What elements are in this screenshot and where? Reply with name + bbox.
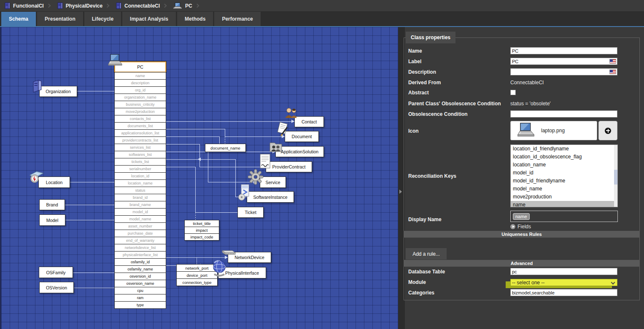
- pc-attribute-row[interactable]: serialnumber: [114, 165, 166, 173]
- link-attribute-row[interactable]: impact_code: [184, 233, 219, 241]
- pc-attribute-row[interactable]: softwares_list: [114, 151, 166, 158]
- categories-input[interactable]: bizmodel,searchable: [510, 289, 617, 296]
- add-icon-button[interactable]: [598, 121, 617, 140]
- tab-impact-analysis[interactable]: Impact Analysis: [122, 12, 176, 26]
- class-node-service[interactable]: Service: [260, 177, 286, 188]
- fields-link[interactable]: Fields: [510, 224, 531, 230]
- collapse-panel-handle[interactable]: [399, 190, 402, 194]
- relation-line: [166, 129, 225, 129]
- pc-class-title[interactable]: PC: [114, 62, 166, 72]
- tab-schema[interactable]: Schema: [1, 12, 36, 26]
- pc-attribute-row[interactable]: status: [114, 187, 166, 194]
- class-node-organization[interactable]: Organization: [39, 86, 77, 97]
- pc-attribute-row[interactable]: name: [114, 72, 166, 80]
- reconciliation-key-item[interactable]: move2production: [511, 193, 617, 201]
- pc-attribute-row[interactable]: model_name: [114, 215, 166, 223]
- pc-attribute-row[interactable]: purchase_date: [114, 230, 166, 237]
- pc-attribute-row[interactable]: documents_list: [114, 122, 166, 130]
- class-node-document[interactable]: Document: [285, 131, 319, 142]
- pc-attribute-row[interactable]: tickets_list: [114, 158, 166, 166]
- uniqueness-rules-header: Uniqueness Rules: [404, 231, 640, 238]
- pc-attribute-row[interactable]: organization_name: [114, 94, 166, 101]
- add-rule-button[interactable]: Add a rule...: [406, 248, 447, 259]
- obsolescence-input[interactable]: [510, 110, 617, 118]
- class-node-networkdevice[interactable]: NetworkDevice: [228, 252, 271, 263]
- link-attribute-row[interactable]: connection_type: [176, 278, 218, 286]
- pc-attribute-row[interactable]: location_name: [114, 179, 166, 187]
- icon-preview[interactable]: laptop.png: [510, 121, 597, 140]
- pc-attribute-row[interactable]: applicationsolution_list: [114, 129, 166, 137]
- tab-presentation[interactable]: Presentation: [37, 12, 83, 26]
- display-name-box[interactable]: name: [510, 211, 618, 222]
- class-node-brand[interactable]: Brand: [39, 199, 65, 210]
- pc-attribute-row[interactable]: services_list: [114, 144, 166, 151]
- tab-lifecycle[interactable]: Lifecycle: [84, 12, 121, 26]
- link-attribute-row[interactable]: device_port: [176, 271, 218, 279]
- link-attribute-row[interactable]: ticket_title: [184, 220, 219, 227]
- class-node-applicationsolution[interactable]: ApplicationSolution: [275, 146, 324, 157]
- schema-canvas[interactable]: PCnamedescriptionorg_idorganization_name…: [0, 27, 398, 329]
- class-node-contact[interactable]: Contact: [294, 116, 324, 127]
- pc-attribute-row[interactable]: cpu: [114, 287, 166, 294]
- class-node-providercontract[interactable]: ProviderContract: [266, 161, 312, 172]
- reconciliation-key-item[interactable]: name: [511, 201, 617, 207]
- link-attribute-row[interactable]: network_port: [176, 264, 218, 272]
- pc-attribute-row[interactable]: providercontracts_list: [114, 136, 166, 144]
- display-name-chip[interactable]: name: [513, 213, 530, 220]
- list-scrollbar[interactable]: [614, 145, 617, 207]
- class-node-osfamily[interactable]: OSFamily: [39, 267, 73, 278]
- pc-attribute-row[interactable]: location_id: [114, 172, 166, 180]
- reconciliation-keys-list[interactable]: location_id_friendlynamelocation_id_obso…: [510, 144, 618, 207]
- class-node-physicalinterface[interactable]: PhysicalInterface: [218, 267, 266, 278]
- class-node-softwareinstance[interactable]: SoftwareInstance: [247, 191, 294, 203]
- tab-methods[interactable]: Methods: [177, 12, 213, 26]
- breadcrumb-item-pc[interactable]: PC: [169, 3, 195, 9]
- reconciliation-key-item[interactable]: model_id_friendlyname: [511, 177, 617, 185]
- class-node-location[interactable]: Location: [38, 177, 70, 188]
- pc-attribute-row[interactable]: description: [114, 79, 166, 87]
- pc-attribute-row[interactable]: contacts_list: [114, 115, 166, 123]
- reconciliation-key-item[interactable]: location_name: [511, 161, 617, 169]
- pc-attribute-row[interactable]: ram: [114, 294, 166, 302]
- pc-attribute-row[interactable]: osfamily_name: [114, 265, 166, 273]
- class-node-ticket[interactable]: Ticket: [237, 207, 264, 218]
- breadcrumb-item-physicaldevice[interactable]: PhysicalDevice: [53, 2, 105, 9]
- label-input[interactable]: PC: [510, 58, 617, 65]
- pc-attribute-row[interactable]: business_criticity: [114, 101, 166, 108]
- reconciliation-key-item[interactable]: location_id_friendlyname: [511, 145, 617, 153]
- abstract-checkbox[interactable]: [510, 90, 516, 95]
- pc-attribute-row[interactable]: move2production: [114, 108, 166, 115]
- module-select[interactable]: -- select one --: [510, 279, 617, 286]
- class-properties-tab[interactable]: Class properties: [406, 32, 455, 43]
- pc-attribute-row[interactable]: model_id: [114, 208, 166, 216]
- pc-attribute-row[interactable]: end_of_warranty: [114, 237, 166, 244]
- link-attribute-row[interactable]: document_name: [205, 144, 246, 152]
- database-table-input[interactable]: pc: [510, 268, 617, 275]
- pc-class-node[interactable]: PCnamedescriptionorg_idorganization_name…: [114, 62, 166, 309]
- pc-attribute-row[interactable]: asset_number: [114, 222, 166, 230]
- class-node-osversion[interactable]: OSVersion: [39, 282, 74, 293]
- name-input[interactable]: PC: [510, 47, 617, 54]
- pc-attribute-row[interactable]: type: [114, 301, 166, 309]
- breadcrumb-item-connectableci[interactable]: ConnectableCI: [111, 2, 162, 9]
- pc-attribute-row[interactable]: networkdevice_list: [114, 244, 166, 251]
- tab-performance[interactable]: Performance: [214, 12, 260, 26]
- description-input[interactable]: [510, 68, 617, 75]
- scrollbar-thumb[interactable]: [614, 170, 617, 185]
- pc-attribute-row[interactable]: osfamily_id: [114, 258, 166, 266]
- link-attribute-row[interactable]: impact: [184, 227, 219, 234]
- pc-attribute-row[interactable]: osversion_name: [114, 280, 166, 287]
- pc-attribute-row[interactable]: brand_name: [114, 201, 166, 209]
- reconciliation-key-item[interactable]: location_id_obsolescence_flag: [511, 153, 617, 161]
- reconciliation-key-item[interactable]: model_id: [511, 169, 617, 177]
- language-flag-icon[interactable]: [609, 70, 616, 74]
- reconciliation-key-item[interactable]: model_name: [511, 185, 617, 193]
- language-flag-icon[interactable]: [609, 59, 616, 64]
- class-node-model[interactable]: Model: [39, 214, 65, 226]
- pc-attribute-row[interactable]: org_id: [114, 86, 166, 94]
- categories-label: Categories: [408, 290, 434, 296]
- breadcrumb-item-functionalci[interactable]: FunctionalCI: [0, 2, 46, 9]
- pc-attribute-row[interactable]: physicalinterface_list: [114, 251, 166, 259]
- pc-attribute-row[interactable]: brand_id: [114, 194, 166, 201]
- pc-attribute-row[interactable]: osversion_id: [114, 273, 166, 280]
